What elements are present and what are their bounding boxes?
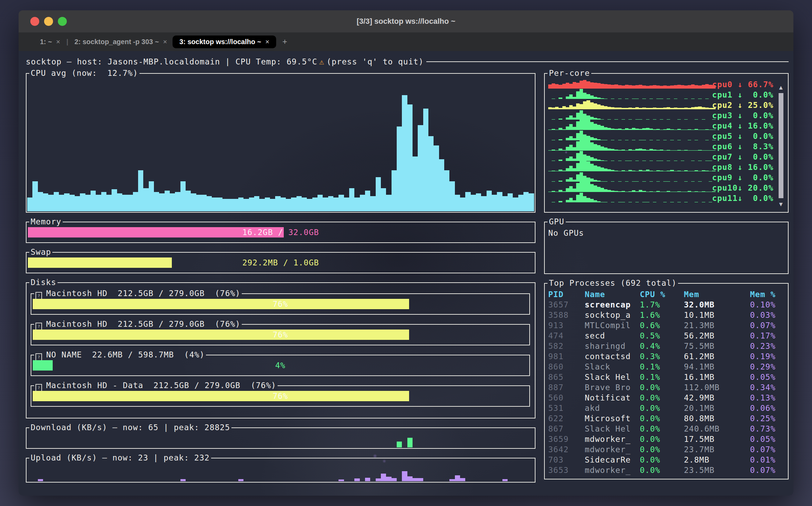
cpu-avg-bar <box>112 189 117 211</box>
cpu-avg-bar <box>529 193 534 211</box>
process-row[interactable]: 981contactsd0.3%61.2MB0.19% <box>548 351 784 362</box>
per-core-scrollbar[interactable]: ▲ ▼ <box>777 83 785 208</box>
process-name: Microsoft <box>585 413 640 424</box>
cpu-avg-bar <box>106 195 112 211</box>
col-header-name[interactable]: Name <box>585 289 640 300</box>
process-memp: 0.10% <box>750 300 784 310</box>
upload-bar <box>238 479 243 481</box>
cpu-avg-bar <box>370 196 375 211</box>
disk-subpanel-2: ?NO NAME 22.6MB / 598.7MB (4%)4%4% <box>31 355 530 376</box>
process-mem: 80.8MB <box>684 413 750 424</box>
process-cpu: 0.0% <box>640 465 684 475</box>
core-row-cpu11: cpu11↓ 0.0% <box>548 193 773 203</box>
cpu5-label: cpu5 ↓ 0.0% <box>712 131 773 141</box>
upload-chart <box>27 459 534 481</box>
window-titlebar[interactable]: [3/3] socktop ws://localho ~ <box>19 10 793 32</box>
tab-3-active[interactable]: 3: socktop ws://localho ~× <box>173 36 276 48</box>
cpu-avg-bar <box>392 170 397 211</box>
process-memp: 0.07% <box>750 320 784 331</box>
col-header-mem[interactable]: Mem <box>684 289 750 300</box>
col-header-pid[interactable]: PID <box>548 289 585 300</box>
col-header-cpu[interactable]: CPU % <box>640 289 684 300</box>
header-rule <box>426 61 789 62</box>
tab-1[interactable]: 1: ~× <box>34 36 66 48</box>
process-name: socktop_a <box>585 310 640 320</box>
process-row[interactable]: 867Slack Hel0.0%240.6MB0.73% <box>548 424 784 434</box>
process-mem: 23.7MB <box>684 444 750 455</box>
cpu-avg-bar <box>381 188 386 211</box>
cpu6-label: cpu6 ↓ 8.3% <box>712 141 773 152</box>
process-memp: 0.73% <box>750 424 784 434</box>
tab-2-close-icon[interactable]: × <box>163 38 167 46</box>
process-cpu: 0.0% <box>640 434 684 444</box>
process-row[interactable]: 913MTLCompil0.6%21.3MB0.07% <box>548 320 784 331</box>
disks-panel-title: Disks <box>29 277 58 287</box>
zoom-window-button[interactable] <box>58 17 67 26</box>
process-row[interactable]: 622Microsoft0.0%80.8MB0.25% <box>548 413 784 424</box>
cpu-avg-bar <box>344 198 349 211</box>
cpu-avg-bar <box>80 193 85 211</box>
process-name: secd <box>585 331 640 341</box>
cpu11-spark-bar <box>653 202 656 202</box>
minimize-window-button[interactable] <box>44 17 53 26</box>
process-row[interactable]: 3657screencap1.7%32.0MB0.10% <box>548 300 784 310</box>
process-pid: 887 <box>548 382 585 393</box>
process-memp: 0.05% <box>750 434 784 444</box>
col-header-memp[interactable]: Mem % <box>750 289 784 300</box>
tab-2[interactable]: 2: socktop_agent -p 303 ~× <box>69 36 173 48</box>
cpu-avg-bar <box>323 198 328 211</box>
cpu0-label: cpu0 ↓ 66.7% <box>712 79 773 90</box>
process-row[interactable]: 703SidecarRe0.0%2.8MB0.01% <box>548 455 784 465</box>
cpu-avg-bar <box>238 198 243 211</box>
process-mem: 23.5MB <box>684 465 750 475</box>
process-row[interactable]: 3642mdworker_0.0%23.7MB0.07% <box>548 444 784 455</box>
process-memp: 0.29% <box>750 362 784 372</box>
cpu-avg-bar <box>191 193 196 211</box>
process-row[interactable]: 560Notificat0.0%42.9MB0.13% <box>548 393 784 403</box>
process-cpu: 0.1% <box>640 372 684 382</box>
process-row[interactable]: 582sharingd0.4%75.5MB0.23% <box>548 341 784 351</box>
core-rows: cpu0 ↓ 66.7%cpu1 ↓ 0.0%cpu2 ↓ 25.0%cpu3 … <box>548 79 773 203</box>
cpu-avg-bar <box>497 192 502 211</box>
scroll-down-icon[interactable]: ▼ <box>779 200 783 208</box>
upload-bar <box>376 478 381 481</box>
cpu-avg-bar <box>502 196 508 211</box>
process-mem: 94.1MB <box>684 362 750 372</box>
process-mem: 42.9MB <box>684 393 750 403</box>
cpu-avg-bar <box>449 181 455 211</box>
cpu-avg-bar <box>339 195 344 211</box>
cpu-avg-bar <box>286 199 291 211</box>
cpu-avg-bar <box>91 191 96 211</box>
process-row[interactable]: 860Slack0.1%94.1MB0.29% <box>548 362 784 372</box>
cpu-avg-bar <box>85 195 91 211</box>
tab-3-close-icon[interactable]: × <box>265 38 269 46</box>
cpu-avg-bar <box>360 195 365 211</box>
cpu11-spark-bar <box>580 193 583 202</box>
process-memp: 0.19% <box>750 351 784 362</box>
cpu-avg-bar <box>487 191 492 211</box>
cpu11-spark-bar <box>635 202 639 202</box>
close-window-button[interactable] <box>30 17 39 26</box>
process-row[interactable]: 3588socktop_a1.6%10.1MB0.03% <box>548 310 784 320</box>
cpu11-spark-bar <box>566 200 569 202</box>
process-name: sharingd <box>585 341 640 351</box>
process-row[interactable]: 887Brave Bro0.0%112.0MB0.34% <box>548 382 784 393</box>
disk-3-title: ?Macintosh HD - Data 212.5GB / 279.0GB (… <box>34 380 278 391</box>
process-row[interactable]: 531akd0.0%20.1MB0.06% <box>548 403 784 413</box>
process-row[interactable]: 474secd0.5%56.2MB0.17% <box>548 331 784 341</box>
cpu-avg-bar <box>354 198 360 211</box>
process-cpu: 0.6% <box>640 320 684 331</box>
process-row[interactable]: 865Slack Hel0.1%16.1MB0.05% <box>548 372 784 382</box>
cpu11-spark-bar <box>590 199 594 202</box>
scrollbar-thumb[interactable] <box>779 93 783 198</box>
new-tab-button[interactable]: + <box>276 37 293 47</box>
tab-1-close-icon[interactable]: × <box>56 38 60 46</box>
process-memp: 0.25% <box>750 413 784 424</box>
cpu-avg-bar <box>38 192 43 211</box>
tab-3-label: 3: socktop ws://localho ~ <box>179 38 261 46</box>
scroll-up-icon[interactable]: ▲ <box>779 83 783 91</box>
process-mem: 2.8MB <box>684 455 750 465</box>
process-row[interactable]: 3659mdworker_0.0%17.5MB0.05% <box>548 434 784 444</box>
process-row[interactable]: 3653mdworker_0.0%23.5MB0.07% <box>548 465 784 475</box>
process-memp: 0.17% <box>750 331 784 341</box>
